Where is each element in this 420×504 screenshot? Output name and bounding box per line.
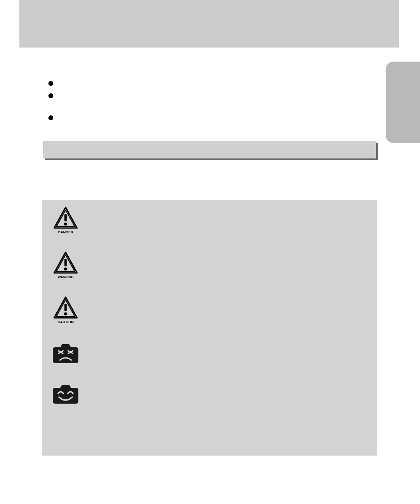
caution-icon: CAUTION <box>50 296 81 324</box>
caution-text <box>81 296 369 299</box>
warning-label: WARNING <box>58 275 74 279</box>
happy-camera-icon <box>50 382 81 405</box>
happy-camera-text <box>81 382 369 384</box>
danger-icon: DANGER <box>50 206 81 235</box>
row-warning: WARNING <box>50 251 369 280</box>
row-happy-camera <box>50 382 369 405</box>
caution-label: CAUTION <box>58 320 74 324</box>
bullet-item <box>44 114 59 122</box>
sad-camera-text <box>81 341 369 344</box>
warning-text <box>81 251 369 254</box>
bullet-item <box>44 79 59 88</box>
svg-rect-6 <box>64 259 66 266</box>
svg-rect-10 <box>64 304 66 311</box>
row-sad-camera <box>50 341 369 365</box>
svg-rect-2 <box>64 214 66 221</box>
warning-icon: WARNING <box>50 251 81 280</box>
bullet-item <box>44 92 59 100</box>
top-banner <box>19 0 399 48</box>
danger-label: DANGER <box>58 230 74 234</box>
row-danger: DANGER <box>50 206 369 235</box>
sad-camera-icon <box>50 341 81 365</box>
icons-panel: DANGER WARNING CAUTION <box>42 200 377 456</box>
svg-point-3 <box>64 223 67 226</box>
bullet-list <box>44 79 59 126</box>
section-heading-bar <box>43 141 376 158</box>
row-caution: CAUTION <box>50 296 369 324</box>
side-tab <box>386 62 420 143</box>
svg-point-7 <box>64 268 67 271</box>
danger-text <box>81 206 369 209</box>
svg-point-11 <box>64 313 67 316</box>
